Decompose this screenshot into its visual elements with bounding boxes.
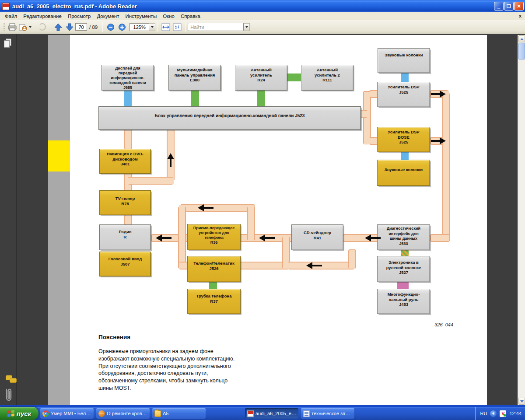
block-j525: Усилитель DSP J525 [377, 82, 430, 107]
chevron-down-icon [520, 400, 524, 402]
pipe-junction [364, 92, 370, 98]
antivirus-tray-icon[interactable]: V [500, 410, 506, 417]
system-tray: RU V 12:44 [475, 407, 525, 420]
block-j507: Голосовой ввод J507 [99, 252, 151, 276]
taskbar-button-webpage[interactable]: О ремонте кровли - ... [96, 408, 150, 419]
pipe-junction [364, 111, 370, 117]
taskbar-button-folder[interactable]: А5 [152, 408, 206, 419]
zoom-out-icon [107, 23, 115, 31]
email-dropdown-caret[interactable] [29, 26, 32, 28]
chevron-up-icon [520, 38, 524, 40]
menu-window[interactable]: Окно [160, 13, 178, 19]
language-indicator[interactable]: RU [480, 411, 487, 416]
menu-tools[interactable]: Инструменты [122, 13, 160, 19]
flow-arrow-left [259, 234, 275, 242]
block-e380: Мультимедийная панель управления E380 [168, 65, 221, 91]
tray-collapse-chevron-icon[interactable] [490, 410, 497, 417]
block-speakers-bottom: Звуковые колонки [377, 160, 430, 186]
print-button[interactable] [7, 21, 18, 33]
clock[interactable]: 12:44 [509, 411, 522, 416]
page-total-label: / 89 [89, 24, 98, 30]
word-icon [303, 410, 310, 417]
toolbar-grip [4, 23, 5, 32]
window-title: audi_a6_2005_electro_rus.pdf - Adobe Rea… [12, 3, 137, 10]
pipe-junction [248, 205, 254, 211]
chapter-marker [48, 140, 70, 172]
start-button[interactable]: пуск [0, 407, 38, 420]
close-menubar-icon[interactable]: x [519, 13, 522, 18]
pipe-junction [443, 235, 449, 241]
connector-speakers-blue [401, 73, 409, 82]
block-r37: Трубка телефона R37 [187, 289, 241, 314]
zoom-out-button[interactable] [105, 21, 116, 33]
folder-icon [154, 410, 161, 417]
globe-icon [98, 410, 105, 417]
pipe-junction [364, 138, 370, 144]
zoom-in-icon [118, 23, 126, 31]
close-button[interactable]: ✕ [514, 2, 524, 10]
flow-arrow-left [365, 234, 381, 242]
block-r41: CD-чейнджер R41 [291, 224, 343, 250]
zoom-level-value[interactable]: 125% [130, 23, 149, 31]
block-j685: Дисплей для передней информационно- кома… [102, 65, 154, 91]
pipe-junction [179, 262, 185, 269]
connector-wheel-pink [397, 282, 409, 289]
vertical-scrollbar[interactable] [518, 35, 525, 405]
pages-panel-icon[interactable] [4, 38, 13, 49]
menu-help[interactable]: Справка [178, 13, 203, 19]
taskbar-button-word[interactable]: техническое задани... [301, 408, 354, 419]
pipe-junction [283, 262, 289, 269]
most-pipe-segment [442, 93, 450, 237]
zoom-dropdown-caret[interactable] [149, 23, 155, 31]
email-button[interactable] [18, 21, 32, 33]
most-pipe-segment [178, 206, 186, 269]
block-j523: Блок управления передней информационно-к… [98, 106, 361, 130]
menu-bar: Файл Редактирование Просмотр Документ Ин… [0, 12, 525, 20]
toolbar-separator [50, 22, 50, 32]
flow-arrow-up [167, 153, 174, 167]
scroll-down-button[interactable] [518, 398, 525, 405]
toolbar: / 89 125% [0, 20, 525, 34]
next-page-button[interactable] [64, 21, 75, 33]
legend-heading: Пояснения [98, 334, 130, 340]
navigation-panel-strip [0, 34, 17, 405]
connector-panel-green [191, 91, 199, 106]
pipe-junction [168, 178, 174, 184]
block-j533: Диагностический интерфейс для шины данны… [377, 224, 430, 250]
fit-width-button[interactable] [160, 21, 172, 33]
restore-button[interactable]: ❐ [504, 2, 514, 10]
flow-arrow-left [306, 262, 322, 269]
menu-view[interactable]: Просмотр [65, 13, 94, 19]
menu-document[interactable]: Документ [94, 13, 122, 19]
toolbar-separator [158, 22, 158, 32]
scroll-up-button[interactable] [518, 35, 525, 42]
zoom-in-button[interactable] [116, 21, 128, 33]
page-down-icon [65, 23, 74, 31]
taskbar-button-browser[interactable]: Умер MMI • Белорус... [40, 408, 94, 419]
menu-edit[interactable]: Редактирование [20, 13, 65, 19]
taskbar-button-pdf[interactable]: audi_a6_2005_electr... [245, 408, 298, 419]
page-number-input[interactable] [75, 23, 87, 31]
minimize-button[interactable]: _ [494, 2, 504, 10]
pipe-junction [349, 262, 355, 269]
flow-arrow-right [431, 91, 446, 98]
previous-page-button[interactable] [52, 21, 64, 33]
most-pipe-segment [128, 177, 173, 185]
connector-can-striped [401, 250, 409, 256]
start-button-label: пуск [17, 410, 31, 417]
menu-file[interactable]: Файл [2, 13, 20, 19]
fit-page-button[interactable] [172, 21, 183, 33]
pipe-junction [283, 235, 289, 241]
attachments-paperclip-icon[interactable] [3, 388, 14, 403]
search-dropdown-caret[interactable] [244, 23, 250, 31]
figure-number: 326_044 [424, 322, 453, 327]
block-r111: Антенный усилитель 2 R111 [301, 65, 354, 91]
taskbar: пуск Умер MMI • Белорус... О ремонте кро… [0, 407, 525, 420]
scrollbar-thumb[interactable] [518, 43, 525, 60]
comments-panel-icon[interactable] [6, 375, 17, 384]
most-pipe-segment [240, 262, 289, 270]
search-input[interactable] [188, 23, 244, 31]
email-icon [18, 23, 28, 32]
chrome-icon [42, 410, 49, 417]
connector-display-blue [124, 91, 132, 106]
